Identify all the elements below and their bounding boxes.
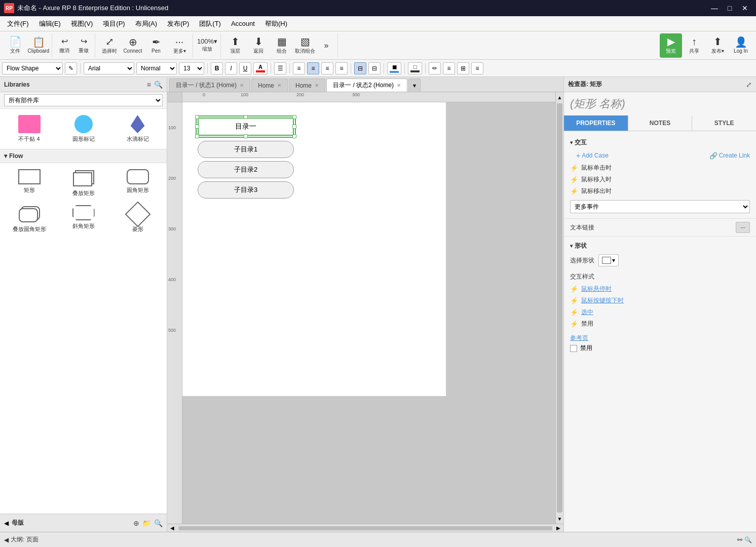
italic-button[interactable]: I [225,62,237,74]
grid-style-button[interactable]: ⊞ [457,62,469,74]
sub2-widget[interactable]: 子目录2 [198,161,294,178]
menu-file[interactable]: 文件(F) [2,17,34,30]
share-button[interactable]: ↑ 共享 [683,33,705,58]
menu-team[interactable]: 团队(T) [194,17,226,30]
libraries-search-icon[interactable]: 🔍 [154,81,163,89]
tab-1[interactable]: Home ✕ [251,79,288,92]
vscroll-up[interactable]: ▲ [556,92,563,102]
hscroll-right[interactable]: ▶ [553,524,563,532]
canvas-title-group[interactable]: 目录一 [198,118,294,136]
shape-style-select[interactable]: Flow Shape [2,62,63,74]
maximize-button[interactable]: □ [723,3,737,13]
inspector-tab-properties[interactable]: PROPERTIES [564,115,628,131]
handle-bl[interactable] [195,134,199,138]
widget-rect[interactable]: 矩形 [4,167,54,199]
pen-button[interactable]: ✒ Pen [145,33,167,58]
libraries-menu-icon[interactable]: ≡ [147,81,151,89]
tab-0-close[interactable]: ✕ [240,83,244,88]
status-nav-left-icon[interactable]: ◀ [4,536,9,543]
ref-page-disabled-checkbox[interactable] [570,345,577,352]
bold-button[interactable]: B [211,62,223,74]
group-button[interactable]: ▦ 组合 [271,33,293,58]
widget-circle-mark[interactable]: 圆形标记 [58,113,108,145]
tab-3[interactable]: 目录一 / 状态2 (Home) ✕ [326,79,407,92]
valign-bot-button[interactable]: ⊟ [368,62,381,74]
sub2-shape[interactable]: 子目录2 [198,161,294,178]
tab-more-button[interactable]: ▾ [408,79,421,92]
hscroll-thumb[interactable] [178,526,552,530]
status-filter-icon[interactable]: ⚯ [737,536,742,543]
masters-search-icon[interactable]: 🔍 [154,519,163,527]
widget-stack-rounded[interactable]: 叠放圆角矩形 [4,203,54,235]
top-layer-button[interactable]: ⬆ 顶层 [224,33,246,58]
widget-diamond[interactable]: 菱形 [112,203,163,235]
font-select[interactable]: Arial [84,62,134,74]
canvas-white[interactable]: 目录一 [182,102,446,396]
select-button[interactable]: ⤢ 选择时 [98,33,121,58]
style-selected-link[interactable]: 选中 [581,308,593,317]
font-color-button[interactable]: A [253,62,268,74]
shape-select-dropdown[interactable]: ▾ [598,254,619,266]
widget-rounded-rect[interactable]: 圆角矩形 [112,167,163,199]
inspector-tab-notes[interactable]: NOTES [628,115,693,131]
handle-ml[interactable] [195,125,199,129]
menu-edit[interactable]: 编辑(E) [34,17,66,30]
widget-bevel-rect[interactable]: 斜角矩形 [58,203,108,235]
sub1-widget[interactable]: 子目录1 [198,141,294,158]
sub3-shape[interactable]: 子目录3 [198,181,294,199]
back-button[interactable]: ⬇ 返回 [247,33,270,58]
add-case-button[interactable]: + Add Case [570,150,615,161]
handle-tr[interactable] [292,115,296,119]
widget-sticker[interactable]: 不干贴 4 [4,113,54,145]
shape-edit-button[interactable]: ✎ [65,62,77,74]
tab-1-close[interactable]: ✕ [277,83,281,88]
fill-color-button[interactable]: ◼ [387,62,401,74]
canvas-title-widget[interactable]: 目录一 [198,118,294,136]
tab-2-close[interactable]: ✕ [315,83,319,88]
preview-button[interactable]: ▶ 预览 [660,33,682,58]
masters-add-icon[interactable]: ⊕ [133,519,139,527]
sub1-shape[interactable]: 子目录1 [198,141,294,158]
more-layout-button[interactable]: » [317,33,335,58]
menu-publish[interactable]: 发布(P) [162,17,194,30]
sub3-widget[interactable]: 子目录3 [198,181,294,199]
menu-help[interactable]: 帮助(H) [260,17,292,30]
new-button[interactable]: 📄 文件 [4,33,26,58]
canvas-viewport[interactable]: 0 100 200 300 100 200 300 400 500 [167,92,555,524]
style-mousedown-link[interactable]: 鼠标按键按下时 [581,296,624,305]
menu-account[interactable]: Account [226,18,260,29]
line-color-button[interactable]: □ [408,62,422,74]
more-tools-button[interactable]: ··· 更多▾ [168,33,191,58]
pen-style-button[interactable]: ✏ [429,62,441,74]
status-search-icon[interactable]: 🔍 [744,536,752,543]
close-button[interactable]: ✕ [738,3,752,13]
minimize-button[interactable]: — [707,3,722,13]
align-left-button[interactable]: ≡ [293,62,305,74]
handle-br[interactable] [292,134,296,138]
text-link-button[interactable]: ··· [736,222,750,233]
canvas-hscroll[interactable]: ◀ ▶ [167,524,563,532]
more-style-button[interactable]: ≡ [443,62,455,74]
login-button[interactable]: 👤 Log In [730,33,752,58]
masters-folder-icon[interactable]: 📁 [142,519,151,527]
size-select[interactable]: 13 [179,62,204,74]
inspector-tab-style[interactable]: STYLE [692,115,756,131]
align-center-button[interactable]: ≡ [307,62,319,74]
menu-view[interactable]: 视图(V) [66,17,98,30]
hscroll-left[interactable]: ◀ [167,524,177,532]
redo-button[interactable]: ↪ 重做 [74,33,93,58]
more-align-button[interactable]: ≡ [335,62,348,74]
tab-0[interactable]: 目录一 / 状态1 (Home) ✕ [169,79,250,92]
last-style-button[interactable]: ≡ [471,62,483,74]
widget-drop[interactable]: 水滴标记 [112,113,163,145]
ref-page-link[interactable]: 参考页 [570,334,588,341]
valign-mid-button[interactable]: ⊟ [354,62,366,74]
zoom-button[interactable]: 100% ▾ 缩放 [196,33,218,58]
widget-stack-rect[interactable]: 叠放矩形 [58,167,108,199]
vscroll-thumb[interactable] [557,103,562,513]
publish-button[interactable]: ⬆ 发布▾ [706,33,729,58]
handle-mr[interactable] [292,125,296,129]
tab-2[interactable]: Home ✕ [289,79,325,92]
inspector-expand-icon[interactable]: ⤢ [746,81,752,89]
flow-section-header[interactable]: ▾ Flow [0,149,167,163]
